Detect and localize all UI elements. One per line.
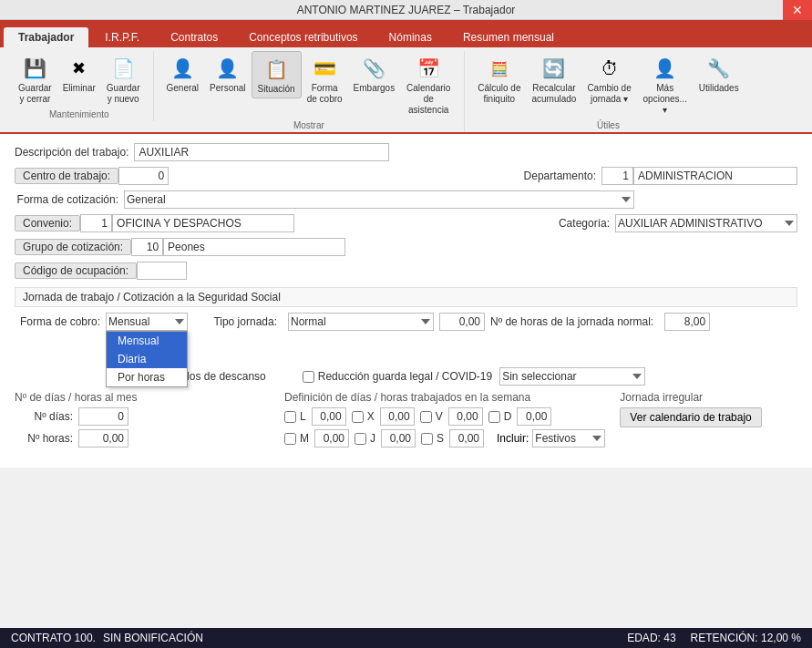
general-label: General <box>167 83 200 94</box>
x-input[interactable] <box>380 407 415 426</box>
cambio-jornada-icon: ⏱ <box>595 54 624 83</box>
cambio-jornada-button[interactable]: ⏱ Cambio dejornada ▾ <box>581 51 636 108</box>
tab-contratos[interactable]: Contratos <box>156 27 232 47</box>
horas-jornada-input[interactable] <box>664 313 710 331</box>
cb-s[interactable] <box>421 433 433 445</box>
departamento-num[interactable] <box>601 167 633 185</box>
calendario-button[interactable]: 📅 Calendariode asistencia <box>400 51 457 118</box>
save-close-icon: 💾 <box>20 54 49 83</box>
tab-nominas[interactable]: Nóminas <box>375 27 447 47</box>
tipo-jornada-num[interactable] <box>439 313 485 331</box>
horas-jornada-label: Nº de horas de la jornada normal: <box>490 315 659 328</box>
convenio-name[interactable] <box>112 214 294 232</box>
cb-v[interactable] <box>420 411 432 423</box>
eliminar-button[interactable]: ✖ Eliminar <box>57 51 101 97</box>
mas-opciones-button[interactable]: 👤 Másopciones... ▾ <box>637 51 694 118</box>
tab-trabajador[interactable]: Trabajador <box>4 27 88 47</box>
dias-horas-row: Nº de días / horas al mes Nº días: Nº ho… <box>15 391 797 453</box>
categoria-select[interactable]: AUXILIAR ADMINISTRATIVO <box>615 214 797 232</box>
bonificacion-label: SIN BONIFICACIÓN <box>103 632 203 644</box>
codigo-row: Código de ocupación: <box>15 262 797 280</box>
calendario-label: Calendariode asistencia <box>406 83 451 116</box>
reduccion-checkbox[interactable] <box>303 371 314 383</box>
d-input[interactable] <box>517 407 551 426</box>
recalcular-button[interactable]: 🔄 Recalcularacumulado <box>526 51 581 108</box>
categoria-label: Categoría: <box>506 217 615 230</box>
codigo-input[interactable] <box>137 262 187 280</box>
calculo-icon: 🧮 <box>485 54 514 83</box>
forma-cobro-button[interactable]: 💳 Formade cobro <box>302 51 348 108</box>
reduccion-checkbox-label[interactable]: Reducción guarda legal / COVID-19 <box>303 370 492 383</box>
dropdown-mensual[interactable]: Mensual <box>107 332 187 350</box>
cb-x[interactable] <box>352 411 364 423</box>
close-button[interactable]: ✕ <box>783 0 812 20</box>
cambio-jornada-label: Cambio dejornada ▾ <box>587 83 631 105</box>
status-bar: CONTRATO 100. SIN BONIFICACIÓN EDAD: 43 … <box>0 628 812 648</box>
j-input[interactable] <box>381 429 416 447</box>
delete-icon: ✖ <box>65 54 94 83</box>
grupo-row: Grupo de cotización: <box>15 238 797 256</box>
retencion-status: RETENCIÓN: 12,00 % <box>691 632 801 644</box>
tab-resumen[interactable]: Resumen mensual <box>448 27 569 47</box>
calculo-finiquito-button[interactable]: 🧮 Cálculo definiquito <box>472 51 526 108</box>
departamento-name[interactable] <box>633 167 797 185</box>
cb-d[interactable] <box>488 411 500 423</box>
situacion-icon: 📋 <box>262 55 291 84</box>
guardar-nuevo-label: Guardary nuevo <box>107 83 140 105</box>
jornada-section-header: Jornada de trabajo / Cotización a la Seg… <box>15 287 797 307</box>
dias-input[interactable] <box>78 407 128 426</box>
forma-cobro-select[interactable]: Mensual Diaria Por horas <box>106 313 188 331</box>
forma-cobro-label: Formade cobro <box>307 83 343 105</box>
codigo-button[interactable]: Código de ocupación: <box>15 262 137 279</box>
descripcion-input[interactable] <box>134 143 389 161</box>
convenio-button[interactable]: Convenio: <box>15 215 80 231</box>
forma-cot-label: Forma de cotización: <box>15 193 124 206</box>
guardar-cerrar-label: Guardary cerrar <box>18 83 52 105</box>
utilidades-button[interactable]: 🔧 Utilidades <box>694 51 745 97</box>
general-button[interactable]: 👤 General <box>161 51 205 97</box>
grupo-num[interactable] <box>131 238 163 256</box>
horas-input[interactable] <box>78 429 128 447</box>
tipo-jornada-label: Tipo jornada: <box>210 315 283 328</box>
situacion-label: Situación <box>258 84 295 95</box>
embargos-button[interactable]: 📎 Embargos <box>348 51 401 97</box>
cb-l[interactable] <box>284 411 296 423</box>
mas-opciones-label: Másopciones... ▾ <box>642 83 688 116</box>
centro-row: Centro de trabajo: Departamento: <box>15 167 797 185</box>
eliminar-label: Eliminar <box>63 83 96 94</box>
tab-conceptos[interactable]: Conceptos retributivos <box>234 27 372 47</box>
contrato-label: CONTRATO 100. <box>11 632 96 644</box>
definicion-header: Definición de días / horas trabajados en… <box>284 391 605 404</box>
horas-label: Nº horas: <box>15 432 78 445</box>
tab-irpf[interactable]: I.R.P.F. <box>90 27 154 47</box>
dropdown-diaria[interactable]: Diaria <box>107 350 187 368</box>
guardar-nuevo-button[interactable]: 📄 Guardary nuevo <box>101 51 146 108</box>
m-input[interactable] <box>314 429 349 447</box>
reduccion-select[interactable]: Sin seleccionar <box>499 367 645 386</box>
forma-cot-row: Forma de cotización: General <box>15 190 797 209</box>
situacion-button[interactable]: 📋 Situación <box>252 51 302 98</box>
centro-input[interactable] <box>118 167 169 185</box>
guardar-cerrar-button[interactable]: 💾 Guardary cerrar <box>13 51 57 108</box>
dropdown-porhoras[interactable]: Por horas <box>107 368 187 386</box>
embargos-icon: 📎 <box>359 54 388 83</box>
tipo-jornada-select[interactable]: Normal <box>288 313 434 331</box>
grupo-button[interactable]: Grupo de cotización: <box>15 239 131 255</box>
cb-j[interactable] <box>355 433 366 445</box>
cb-m[interactable] <box>284 433 296 445</box>
ver-calendario-button[interactable]: Ver calendario de trabajo <box>620 407 761 427</box>
jornada-irregular-header: Jornada irregular <box>620 391 708 404</box>
app-title: ANTONIO MARTINEZ JUAREZ – Trabajador <box>297 4 516 16</box>
incluir-select[interactable]: Festivos <box>532 429 605 447</box>
l-input[interactable] <box>312 407 346 426</box>
grupo-name[interactable] <box>163 238 345 256</box>
forma-cobro-label: Forma de cobro: <box>15 315 106 328</box>
mostrar-label: Mostrar <box>293 120 324 130</box>
personal-button[interactable]: 👤 Personal <box>204 51 251 97</box>
s-input[interactable] <box>449 429 484 447</box>
centro-button[interactable]: Centro de trabajo: <box>15 168 118 184</box>
forma-cot-select[interactable]: General <box>124 190 634 209</box>
v-input[interactable] <box>448 407 483 426</box>
departamento-label: Departamento: <box>492 170 601 182</box>
convenio-num[interactable] <box>80 214 112 232</box>
